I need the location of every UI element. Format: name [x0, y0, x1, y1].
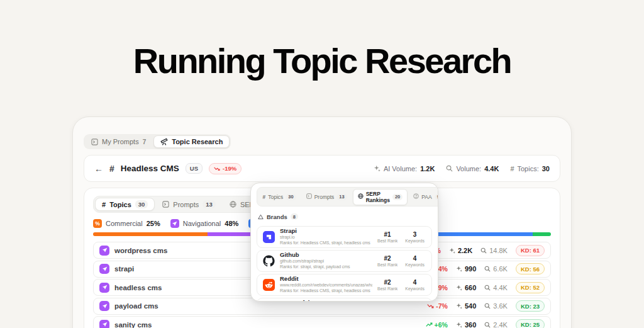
bar-segment-commercial — [93, 232, 208, 236]
globe-icon — [230, 201, 236, 208]
kd-badge: KD: 52 — [516, 282, 545, 293]
topic-row-sanity-cms[interactable]: sanity cms +6% 360 2.4K KD: 25 — [93, 316, 551, 328]
reddit-logo-icon — [263, 279, 275, 291]
navigational-icon — [99, 283, 109, 293]
tab-label: My Prompts — [102, 138, 139, 145]
trend-down-icon — [427, 303, 434, 308]
stat-volume: Volume: 4.4K — [446, 165, 499, 172]
navigational-icon — [99, 320, 109, 328]
popup-tab-serp-rankings[interactable]: SERP Rankings 20 — [353, 189, 408, 205]
topic-label: payload cms — [114, 302, 158, 310]
back-arrow-icon[interactable]: ← — [94, 164, 103, 174]
kd-badge: KD: 25 — [516, 319, 545, 328]
search-icon — [484, 303, 491, 309]
commercial-icon: % — [93, 219, 102, 228]
keywords-stat: 4 Keywords — [405, 255, 425, 267]
topic-trend-badge: -19% — [209, 163, 242, 174]
volume-metric: 14.8K — [480, 247, 508, 254]
brand-ranks-for: Ranks for: Headless CMS, strapi, headles… — [280, 288, 372, 294]
popup-tab-paa[interactable]: PAA 9 — [409, 192, 438, 201]
volume-metric: 2.4K — [484, 321, 508, 328]
brands-icon — [258, 211, 264, 222]
prompt-terminal-icon — [91, 139, 98, 145]
tab-topic-research[interactable]: Topic Research — [153, 135, 230, 148]
keywords-stat: 3 Keywords — [405, 231, 425, 243]
brand-name: Reddit — [280, 276, 372, 283]
navigational-icon — [99, 246, 109, 256]
best-rank-stat: #2 Best Rank — [377, 279, 397, 291]
search-icon — [484, 322, 491, 328]
hash-icon: # — [102, 201, 106, 208]
popup-tab-topics[interactable]: # Topics 30 — [258, 193, 301, 201]
prompt-terminal-icon — [162, 201, 169, 208]
ai-sparkle-icon — [456, 322, 462, 328]
brand-row-github[interactable]: Github github.com/strapi/strapi Ranks fo… — [257, 250, 432, 272]
navigational-icon — [170, 219, 179, 228]
topic-label: strapi — [114, 265, 134, 273]
stat-ai-volume: AI Volume: 1.2K — [374, 165, 435, 172]
brand-ranks-for: Ranks for: strapi, strapi, payload cms — [280, 264, 372, 270]
ai-sparkle-icon — [456, 303, 462, 309]
telescope-icon — [160, 138, 168, 145]
hash-icon: # — [263, 194, 266, 200]
ai-volume-metric: 660 — [456, 284, 476, 291]
best-rank-stat: #1 Best Rank — [377, 231, 397, 243]
tab-count: 7 — [143, 139, 147, 145]
legend-commercial: % Commercial 25% — [93, 219, 160, 228]
tab-label: Topic Research — [172, 138, 223, 145]
navigational-icon — [99, 301, 109, 311]
strapi-logo-icon — [263, 231, 275, 243]
topic-label: sanity cms — [114, 321, 152, 328]
search-icon — [446, 165, 453, 172]
brand-row-reddit[interactable]: Reddit www.reddit.com/r/webdev/comments/… — [257, 274, 432, 296]
brand-row-strapi[interactable]: Strapi strapi.io Ranks for: Headless CMS… — [257, 226, 432, 248]
trend-value: -7% — [427, 302, 448, 310]
topic-label: headless cms — [114, 284, 162, 291]
brand-url: strapi.io — [280, 235, 372, 240]
kd-badge: KD: 56 — [516, 263, 545, 274]
search-icon — [484, 266, 491, 272]
globe-icon — [358, 193, 364, 200]
popup-tab-prompts[interactable]: Prompts 13 — [302, 192, 352, 201]
brand-url: www.reddit.com/r/webdev/comments/unazas/… — [280, 283, 372, 288]
search-icon — [480, 247, 487, 254]
trend-value: +6% — [426, 321, 448, 328]
ai-volume-metric: 360 — [456, 321, 476, 328]
brands-header: Brands 8 — [258, 211, 431, 222]
best-rank-stat: #2 Best Rank — [377, 255, 397, 267]
brand-name: Contentful — [280, 300, 372, 302]
brand-name: Github — [280, 252, 372, 259]
kd-badge: KD: 23 — [516, 300, 545, 312]
window-tabs: My Prompts 7 Topic Research — [84, 134, 231, 149]
topic-title: Headless CMS — [121, 164, 179, 173]
stat-topics: # Topics: 30 — [510, 165, 550, 172]
ai-volume-metric: 540 — [456, 302, 476, 310]
tab-topics[interactable]: # Topics 30 — [95, 198, 155, 211]
topic-header-card: ← # Headless CMS US -19% AI Volume: 1.2K — [84, 155, 560, 182]
legend-navigational: Navigational 48% — [170, 219, 239, 228]
brand-name: Strapi — [280, 228, 372, 235]
volume-metric: 4.4K — [484, 284, 508, 291]
volume-metric: 6.6K — [484, 265, 508, 273]
hash-icon: # — [109, 164, 114, 174]
tab-my-prompts[interactable]: My Prompts 7 — [85, 136, 152, 147]
topic-label: wordpress cms — [114, 247, 167, 254]
brand-ranks-for: Ranks for: Headless CMS, strapi, headles… — [280, 240, 372, 246]
prompt-terminal-icon — [306, 193, 312, 200]
search-icon — [484, 285, 491, 291]
page-title: Running Topic Research — [0, 40, 644, 81]
trend-up-icon — [426, 322, 433, 327]
tab-prompts[interactable]: Prompts 13 — [156, 198, 222, 210]
navigational-icon — [99, 264, 109, 274]
popup-tabs: # Topics 30 Prompts 13 SERP Rankings 20 … — [257, 187, 438, 206]
ai-sparkle-icon — [456, 285, 462, 291]
brand-row-contentful[interactable]: Contentful www.contentful.com/headless-c… — [257, 298, 432, 302]
ai-sparkle-icon — [456, 266, 462, 272]
trend-down-icon — [214, 166, 220, 171]
ai-sparkle-icon — [449, 247, 455, 254]
brand-url: github.com/strapi/strapi — [280, 259, 372, 264]
question-circle-icon — [413, 193, 419, 200]
ai-volume-metric: 990 — [456, 265, 476, 273]
bar-segment-other — [533, 232, 551, 236]
serp-rankings-popup: # Topics 30 Prompts 13 SERP Rankings 20 … — [250, 183, 438, 302]
